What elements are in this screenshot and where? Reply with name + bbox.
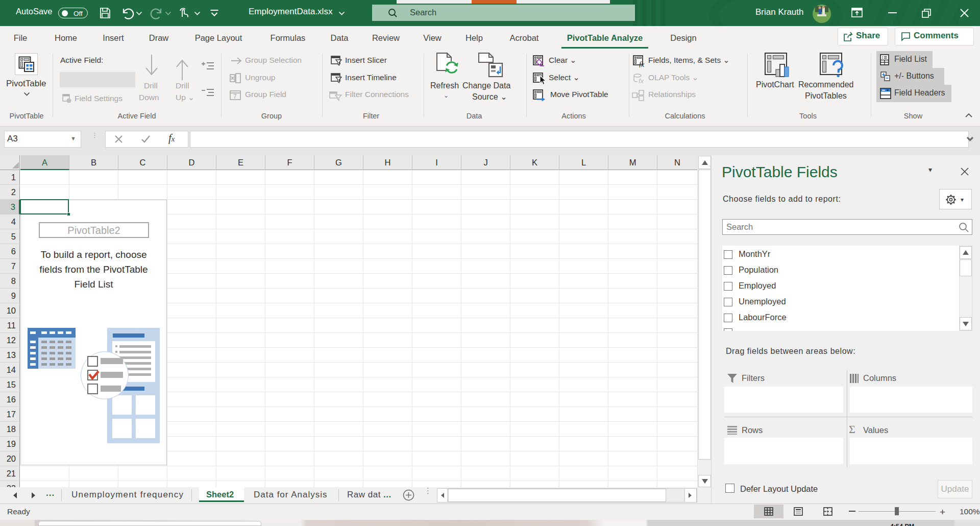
svg-text:fx: fx (639, 77, 644, 84)
svg-text:fx: fx (639, 61, 645, 67)
svg-text:7: 7 (233, 93, 237, 100)
